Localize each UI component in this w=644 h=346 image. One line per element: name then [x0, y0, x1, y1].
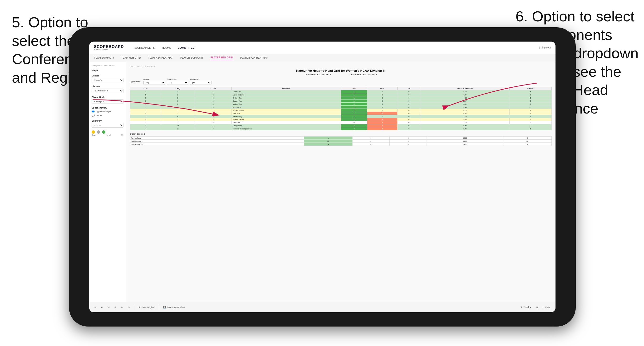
out-division-row: NAIA Division 115009.26730 — [130, 140, 552, 143]
sidebar-player-section: Player — [92, 69, 124, 72]
toolbar-sep1 — [134, 305, 134, 310]
toolbar-actions[interactable]: ⊞ — [534, 305, 539, 310]
col-reg: # Reg — [161, 87, 194, 90]
col-conf: # Conf — [194, 87, 232, 90]
nav-link-teams[interactable]: TEAMS — [162, 46, 171, 49]
sidebar-division-label: Division — [92, 85, 124, 88]
table-row: 20117Federica Domecq Lacroze2101.336 — [130, 127, 552, 130]
out-division-table: Foreign Team1004.5002NAIA Division 11500… — [130, 136, 552, 146]
toolbar-view-original[interactable]: 👁 View: Original — [137, 305, 156, 310]
tab-team-h2h-grid[interactable]: TEAM H2H GRID — [121, 56, 141, 60]
col-loss: Loss — [367, 87, 398, 90]
radio-opponents-played[interactable] — [92, 110, 95, 113]
toolbar-redo[interactable]: ↩ — [100, 305, 104, 310]
tab-player-summary[interactable]: PLAYER SUMMARY — [180, 56, 204, 60]
sidebar-colour-by-label: Colour by — [92, 120, 124, 122]
tablet-frame: SCOREBOARD Powered by clippd TOURNAMENTS… — [69, 27, 576, 327]
last-updated-text: Last Updated: 27/03/2024 10:34 — [130, 65, 552, 67]
sidebar-legend: Down Level Up — [92, 134, 124, 136]
sidebar-opponent-view-section: Opponent view Opponents Played Top 100 — [92, 107, 124, 117]
filter-opponent-group: Opponent (All) — [190, 78, 212, 85]
table-row: 1585Stella Cheng1001.254 — [130, 115, 552, 118]
table-row: 1474Eunice Yi2200.389 — [130, 112, 552, 115]
sidebar-colour-by-select[interactable]: Win/loss — [92, 123, 124, 128]
filter-conference-group: Conference (All) — [167, 78, 188, 85]
sidebar-gender-select[interactable]: Women's — [92, 78, 124, 82]
radio-top100[interactable] — [92, 114, 95, 117]
table-row: 1125Heejo Hyun1003.333 — [130, 106, 552, 109]
toolbar-copy[interactable]: ⊞ — [113, 305, 118, 310]
table-row: 1822Euna Lee020-5.002 — [130, 121, 552, 124]
sidebar-last-updated: Last Updated: 27/03/2024 10:34 — [92, 65, 124, 66]
circle-level — [97, 130, 100, 134]
tab-team-h2h-heatmap[interactable]: TEAM H2H HEATMAP — [148, 56, 173, 60]
toolbar-watch[interactable]: 👁 Watch ▾ — [519, 305, 533, 310]
sidebar-opponent-view-label: Opponent view — [92, 107, 124, 109]
tablet-screen: SCOREBOARD Powered by clippd TOURNAMENTS… — [89, 41, 556, 312]
grid-title: Katelyn Vo Head-to-Head Grid for Women's… — [130, 69, 552, 72]
sidebar-colour-by-section: Colour by Win/loss — [92, 120, 124, 128]
table-row: 914Sharon Mun1003.673 — [130, 100, 552, 103]
filter-conference-select[interactable]: (All) — [167, 81, 188, 85]
logo-sub: Powered by clippd — [94, 49, 124, 50]
toolbar-sep2 — [159, 305, 159, 310]
tab-player-h2h-heatmap[interactable]: PLAYER H2H HEATMAP — [240, 56, 268, 60]
sidebar-radio-top100: Top 100 — [92, 114, 124, 117]
toolbar-undo[interactable]: ↩ — [93, 305, 98, 310]
col-div: # Div — [130, 87, 161, 90]
legend-down: Down — [92, 134, 96, 136]
out-division-row: Foreign Team1004.5002 — [130, 137, 552, 140]
col-diff: Diff Av Strokes/Rnd — [420, 87, 510, 90]
sidebar: Last Updated: 27/03/2024 10:34 Player Ge… — [89, 62, 126, 302]
col-win: Win — [341, 87, 367, 90]
table-row: 633Sydney Kuo100-1.003 — [130, 96, 552, 100]
filter-row: Opponents: Region (All) Conference (All) — [130, 78, 552, 85]
filter-region-select[interactable]: (All) — [144, 81, 165, 85]
filter-conference-label: Conference — [167, 78, 188, 80]
top-navbar: SCOREBOARD Powered by clippd TOURNAMENTS… — [89, 41, 556, 54]
sidebar-gender-label: Gender — [92, 75, 124, 77]
radio-label-top100: Top 100 — [96, 114, 102, 116]
toolbar-save-custom[interactable]: 💾 Save Custom View — [162, 305, 186, 310]
sidebar-player-rank-label: Player (Rank) — [92, 96, 124, 98]
sign-out-link[interactable]: Sign out — [542, 46, 551, 49]
nav-right: | Sign out — [539, 46, 551, 49]
logo-area: SCOREBOARD Powered by clippd — [94, 45, 124, 50]
filter-region-group: Region (All) — [144, 78, 165, 85]
sub-navbar: TEAM SUMMARY TEAM H2H GRID TEAM H2H HEAT… — [89, 54, 556, 62]
tab-team-summary[interactable]: TEAM SUMMARY — [94, 56, 114, 60]
main-content: Last Updated: 27/03/2024 10:34 Player Ge… — [89, 62, 556, 302]
toolbar-cut[interactable]: ✄ — [120, 305, 124, 310]
circles-row — [92, 130, 124, 134]
sidebar-division-section: Division NCAA Division III — [92, 85, 124, 93]
table-row: 1311Jessica Huang100-3.002 — [130, 109, 552, 112]
sidebar-gender-section: Gender Women's — [92, 75, 124, 82]
records-row: Overall Record: 353 - 34 - 6 Division Re… — [130, 73, 552, 76]
nav-link-tournaments[interactable]: TOURNAMENTS — [134, 46, 155, 49]
out-division-row: NCAA Division 25007.40010 — [130, 143, 552, 146]
out-division-title: Out of division — [130, 133, 552, 135]
sidebar-player-rank-select[interactable]: 8. Katelyn Vo — [92, 99, 124, 104]
table-row: 331Esther Lee1001.504 — [130, 90, 552, 93]
toolbar-share[interactable]: ↑ Share — [541, 305, 552, 310]
circle-up — [102, 130, 106, 134]
legend-level: Level — [106, 134, 110, 136]
tab-player-h2h-grid[interactable]: PLAYER H2H GRID — [210, 55, 233, 60]
data-table: # Div # Reg # Conf Opponent Win Loss Tie… — [130, 87, 552, 130]
legend-up: Up — [121, 134, 124, 136]
filter-opponent-select[interactable]: (All) — [190, 81, 212, 85]
toolbar-undo2[interactable]: ↪ — [106, 305, 111, 310]
nav-links: TOURNAMENTS TEAMS COMMITTEE — [134, 46, 194, 49]
radio-label-opponents-played: Opponents Played — [96, 110, 111, 113]
logo-text: SCOREBOARD — [94, 45, 124, 49]
toolbar-clock[interactable]: ◷ — [126, 305, 131, 310]
table-row: 19106Emily Chang4100.3011 — [130, 124, 552, 127]
sidebar-player-rank-section: Player (Rank) 8. Katelyn Vo — [92, 96, 124, 104]
sidebar-player-label: Player — [92, 69, 124, 72]
nav-link-committee[interactable]: COMMITTEE — [178, 46, 194, 49]
sidebar-radio-group: Opponents Played Top 100 — [92, 110, 124, 117]
overall-record: Overall Record: 353 - 34 - 6 — [305, 73, 331, 76]
filter-region-label: Region — [144, 78, 165, 80]
bottom-toolbar: ↩ ↩ ↪ ⊞ ✄ ◷ 👁 View: Original 💾 Save Cust… — [89, 302, 556, 312]
sidebar-division-select[interactable]: NCAA Division III — [92, 89, 124, 93]
